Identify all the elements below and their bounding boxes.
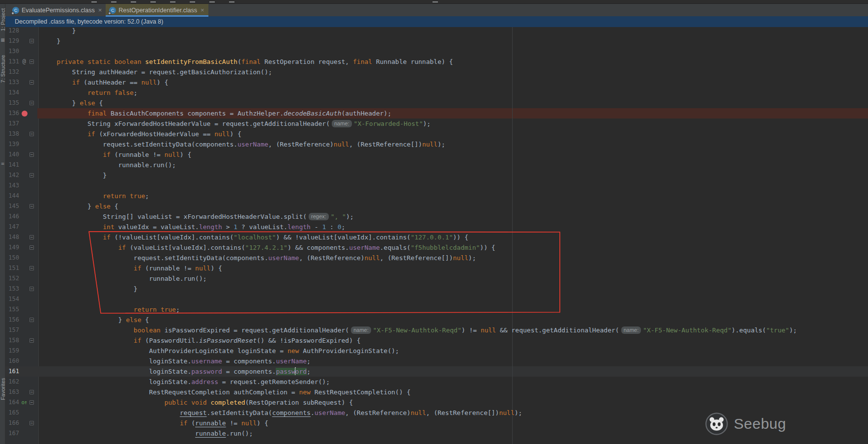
code-token: }	[41, 316, 126, 324]
code-line[interactable]: return false;	[0, 88, 868, 98]
code-token	[41, 130, 87, 138]
code-line[interactable]: if (PasswordUtil.isPasswordReset() && !i…	[0, 335, 868, 346]
code-line[interactable]: }	[0, 284, 868, 294]
code-token: , (RestReference)	[299, 254, 364, 262]
code-token: , (RestReference[])	[426, 409, 499, 416]
code-token	[41, 223, 103, 231]
code-token: ", "	[331, 213, 346, 220]
code-line[interactable]: int valueIdx = valueList.length > 1 ? va…	[0, 222, 868, 232]
java-class-icon: C	[109, 7, 116, 14]
code-line[interactable]: if (runnable != null) {	[0, 263, 868, 273]
code-line[interactable]: if (valueList[valueIdx].contains("127.4.…	[0, 242, 868, 253]
code-token: }	[41, 285, 138, 293]
code-line[interactable]: runnable.run();	[0, 160, 868, 170]
code-token: , (RestReference)	[268, 141, 334, 148]
code-line[interactable]: if (!valueList[valueIdx].contains("local…	[0, 232, 868, 242]
code-line[interactable]: if (xForwardedHostHeaderValue == null) {	[0, 129, 868, 139]
code-token: null	[334, 141, 349, 148]
menu-artifact	[209, 1, 215, 2]
tool-window-lines-icon[interactable]: ≡	[0, 161, 5, 166]
code-token: null	[142, 79, 157, 86]
code-line[interactable]: }	[0, 26, 868, 36]
code-token: userName	[268, 254, 299, 262]
code-line[interactable]: request.setIdentityData(components.userN…	[0, 253, 868, 263]
code-token: .equals(	[380, 244, 411, 251]
code-token: "true"	[766, 326, 789, 334]
code-line[interactable]: runnable.run();	[0, 273, 868, 284]
code-token: if	[134, 265, 142, 272]
code-line[interactable]: String[] valueList = xForwardedHostHeade…	[0, 211, 868, 222]
code-token: if	[103, 151, 111, 158]
code-line[interactable]: } else {	[0, 98, 868, 108]
tool-window-button-structure[interactable]: 7: Structure	[0, 51, 6, 87]
code-token	[111, 89, 115, 96]
code-token: = components.	[222, 368, 276, 375]
code-line[interactable]	[0, 46, 868, 57]
code-line[interactable]: public void completed(RestOperation subR…	[0, 397, 868, 408]
menu-bar[interactable]	[0, 0, 868, 4]
code-token: ;	[134, 89, 138, 96]
code-token: (	[237, 58, 241, 65]
tab-evaluatepermissions-class[interactable]: CEvaluatePermissions.class×	[9, 4, 106, 16]
menu-artifact	[131, 1, 136, 2]
code-line[interactable]: AuthProviderLoginState loginState = new …	[0, 346, 868, 356]
ide-window: 1: Project▦7: Structure≡Favorites CEvalu…	[0, 0, 868, 444]
code-line[interactable]: String authHeader = request.getBasicAuth…	[0, 67, 868, 77]
code-line[interactable]: return true;	[0, 191, 868, 201]
code-line[interactable]: if (runnable != null) {	[0, 149, 868, 160]
parameter-hint-chip: regex:	[309, 213, 329, 220]
code-token: if	[103, 234, 111, 241]
code-line[interactable]	[0, 294, 868, 304]
menu-artifact	[170, 1, 175, 2]
code-editor[interactable]: 128129−130131@−132133−134135−136137138−1…	[0, 16, 868, 444]
code-line[interactable]	[0, 180, 868, 191]
code-token: , (RestReference[])	[380, 254, 453, 262]
tab-restoperationidentifier-class[interactable]: CRestOperationIdentifier.class×	[106, 4, 208, 16]
tool-window-grid-icon[interactable]: ▦	[0, 37, 5, 42]
code-token: ) {	[230, 130, 241, 138]
code-token: ? valueList.	[237, 223, 288, 231]
code-token: "localhost"	[233, 234, 276, 241]
code-line[interactable]: request.setIdentityData(components.userN…	[0, 139, 868, 149]
code-token: length	[288, 223, 311, 231]
code-token: ;	[307, 357, 311, 365]
code-token: "127.0.0.1"	[410, 234, 453, 241]
menu-artifact	[111, 1, 116, 2]
code-token: null	[241, 419, 257, 427]
code-line[interactable]: String xForwardedHostHeaderValue = reque…	[0, 118, 868, 129]
code-token: if	[118, 244, 126, 251]
code-token: if	[72, 79, 80, 86]
code-line[interactable]: final BasicAuthComponents components = A…	[0, 108, 868, 118]
code-token: "X-F5-New-Authtok-Reqd"	[643, 326, 731, 334]
code-line[interactable]: boolean isPasswordExpired = request.getA…	[0, 325, 868, 335]
code-line[interactable]: private static boolean setIdentityFromBa…	[0, 57, 868, 67]
code-line[interactable]: }	[0, 36, 868, 46]
code-line[interactable]: }	[0, 170, 868, 180]
code-line[interactable]: return true;	[0, 304, 868, 315]
code-line[interactable]: loginState.address = request.getRemoteSe…	[0, 377, 868, 387]
code-token: }	[41, 27, 76, 34]
code-token: null	[422, 141, 437, 148]
decompile-banner-text: Decompiled .class file, bytecode version…	[15, 18, 163, 25]
code-token: null	[453, 254, 468, 262]
code-token: (authHeader ==	[80, 79, 141, 86]
tab-close-icon[interactable]: ×	[98, 7, 102, 13]
code-token: else	[95, 203, 111, 210]
code-token: true	[161, 306, 176, 313]
code-line[interactable]: loginState.password = components.passwor…	[0, 366, 868, 377]
code-line[interactable]: RestRequestCompletion authCompletion = n…	[0, 387, 868, 397]
code-token: userName	[276, 357, 307, 365]
code-token	[41, 234, 103, 241]
code-line[interactable]: } else {	[0, 315, 868, 325]
tab-close-icon[interactable]: ×	[201, 7, 204, 13]
code-token: Runnable runnable) {	[376, 58, 453, 65]
code-token: !=	[226, 419, 241, 427]
code-token: isPasswordReset	[199, 337, 257, 344]
code-line[interactable]: loginState.username = components.userNam…	[0, 356, 868, 366]
code-token: private static boolean	[57, 58, 145, 65]
code-token: .setIdentityData(	[207, 409, 272, 416]
tool-window-button-favorites[interactable]: Favorites	[0, 371, 6, 407]
code-token	[41, 79, 72, 86]
code-line[interactable]: if (authHeader == null) {	[0, 77, 868, 88]
code-line[interactable]: } else {	[0, 201, 868, 211]
